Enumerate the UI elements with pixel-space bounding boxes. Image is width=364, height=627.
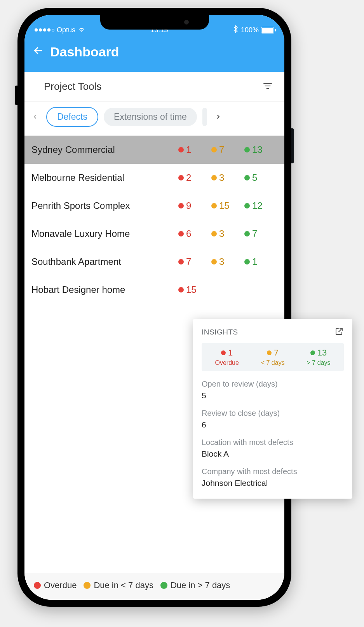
legend: Overdue Due in < 7 days Due in > 7 days	[24, 573, 284, 600]
tab-defects[interactable]: Defects	[46, 107, 98, 127]
tab-extensions[interactable]: Extensions of time	[104, 108, 197, 126]
metric-overdue: 7	[186, 256, 191, 267]
dot-red-icon	[178, 287, 184, 292]
wifi-icon	[78, 25, 85, 35]
dot-red-icon	[178, 175, 184, 180]
metric-overdue: 9	[186, 200, 191, 211]
legend-lt7: Due in < 7 days	[84, 580, 153, 590]
dot-yellow-icon	[211, 147, 217, 152]
metric-gt7: 1	[252, 256, 257, 267]
project-row[interactable]: Penrith Sports Complex 9 15 12	[24, 192, 284, 220]
dot-red-icon	[34, 582, 41, 589]
project-name: Hobart Designer home	[31, 284, 178, 295]
status-right: 100%	[233, 25, 274, 35]
notch	[100, 15, 209, 30]
dot-green-icon	[244, 203, 250, 208]
metric-lt7: 7	[219, 144, 224, 155]
project-row[interactable]: Melbourne Residential 2 3 5	[24, 164, 284, 192]
insight-review-close: Review to close (days) 6	[202, 409, 344, 429]
insights-summary: 1 Overdue 7 < 7 days 13 > 7 days	[202, 343, 344, 371]
dot-green-icon	[244, 259, 250, 264]
open-external-icon[interactable]	[334, 327, 344, 338]
project-name: Penrith Sports Complex	[31, 200, 178, 211]
chip-scroll-left[interactable]	[29, 112, 41, 122]
project-row[interactable]: Monavale Luxury Home 6 3 7	[24, 220, 284, 248]
bluetooth-icon	[233, 25, 239, 35]
metric-overdue: 1	[186, 144, 191, 155]
screen: Optus 13:15 100% Dashboard Proj	[24, 15, 284, 600]
metric-overdue: 15	[186, 284, 197, 295]
tab-overflow[interactable]: .	[202, 108, 207, 126]
insight-open-review: Open to review (days) 5	[202, 380, 344, 400]
dot-red-icon	[178, 147, 184, 152]
summary-overdue: 1 Overdue	[215, 348, 239, 366]
dot-red-icon	[178, 259, 184, 264]
metric-lt7: 3	[219, 256, 224, 267]
insight-location: Location with most defects Block A	[202, 438, 344, 459]
metric-lt7: 15	[219, 200, 230, 211]
dot-green-icon	[244, 175, 250, 180]
dot-yellow-icon	[211, 203, 217, 208]
summary-gt7: 13 > 7 days	[307, 348, 331, 366]
sub-header-title: Project Tools	[36, 81, 101, 93]
dot-red-icon	[178, 203, 184, 208]
project-name: Melbourne Residential	[31, 172, 178, 183]
chip-scroll-right[interactable]	[212, 112, 224, 122]
dot-yellow-icon	[84, 582, 91, 589]
metric-overdue: 2	[186, 172, 191, 183]
chip-row: Defects Extensions of time .	[24, 102, 284, 136]
project-row[interactable]: Sydney Commercial 1 7 13	[24, 136, 284, 164]
summary-lt7: 7 < 7 days	[261, 348, 285, 366]
metric-gt7: 5	[252, 172, 257, 183]
metric-lt7: 3	[219, 228, 224, 239]
dot-green-icon	[244, 231, 250, 236]
dot-green-icon	[310, 350, 315, 355]
project-name: Sydney Commercial	[31, 144, 178, 155]
back-button[interactable]	[32, 45, 44, 59]
insights-title: INSIGHTS	[202, 328, 238, 336]
dot-green-icon	[160, 582, 167, 589]
battery-text: 100%	[241, 26, 259, 34]
carrier-label: Optus	[57, 26, 75, 34]
project-name: Southbank Apartment	[31, 256, 178, 267]
metric-lt7: 3	[219, 172, 224, 183]
insights-card: INSIGHTS 1 Overdue 7 < 7 days 13 > 7 day…	[193, 319, 352, 499]
signal-dots-icon	[35, 28, 54, 32]
project-row[interactable]: Hobart Designer home 15	[24, 276, 284, 304]
metric-gt7: 7	[252, 228, 257, 239]
battery-icon	[261, 27, 274, 33]
sub-header: Project Tools	[24, 72, 284, 102]
dot-red-icon	[221, 350, 226, 355]
metric-gt7: 13	[252, 144, 263, 155]
dot-green-icon	[244, 147, 250, 152]
filter-icon[interactable]	[263, 81, 273, 93]
legend-gt7: Due in > 7 days	[160, 580, 230, 590]
legend-overdue: Overdue	[34, 580, 77, 590]
dot-yellow-icon	[211, 175, 217, 180]
dot-yellow-icon	[211, 231, 217, 236]
metric-overdue: 6	[186, 228, 191, 239]
dot-yellow-icon	[267, 350, 272, 355]
app-bar: Dashboard	[24, 38, 284, 72]
metric-gt7: 12	[252, 200, 263, 211]
page-title: Dashboard	[50, 44, 119, 60]
phone-frame: Optus 13:15 100% Dashboard Proj	[17, 8, 291, 607]
status-left: Optus	[35, 25, 85, 35]
insight-company: Company with most defects Johnson Electr…	[202, 467, 344, 488]
project-row[interactable]: Southbank Apartment 7 3 1	[24, 248, 284, 276]
dot-yellow-icon	[211, 259, 217, 264]
dot-red-icon	[178, 231, 184, 236]
project-name: Monavale Luxury Home	[31, 228, 178, 239]
